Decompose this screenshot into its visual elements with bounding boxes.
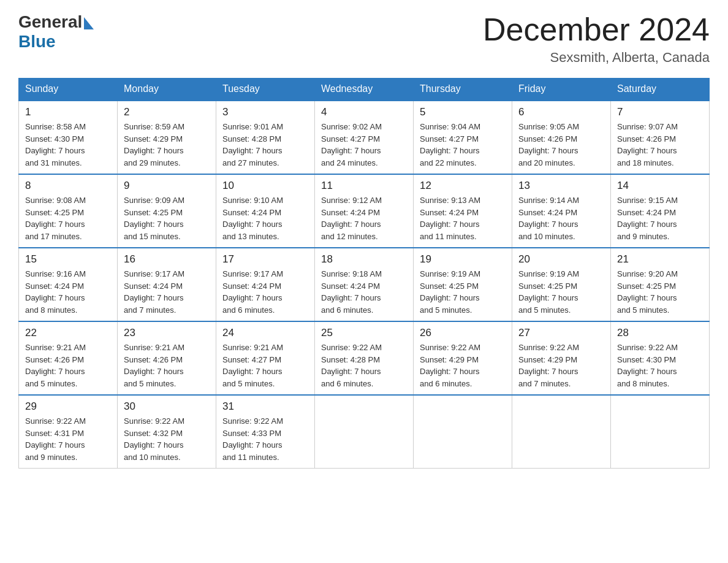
calendar-table: SundayMondayTuesdayWednesdayThursdayFrid… [18, 78, 710, 469]
logo-general-text: General [18, 12, 82, 32]
week-row-2: 8Sunrise: 9:08 AMSunset: 4:25 PMDaylight… [19, 174, 710, 248]
column-header-saturday: Saturday [611, 79, 710, 101]
day-cell: 30Sunrise: 9:22 AMSunset: 4:32 PMDayligh… [118, 395, 216, 469]
day-number: 28 [617, 327, 703, 339]
day-cell: 8Sunrise: 9:08 AMSunset: 4:25 PMDaylight… [19, 174, 118, 248]
day-cell: 20Sunrise: 9:19 AMSunset: 4:25 PMDayligh… [512, 248, 611, 321]
day-info: Sunrise: 9:21 AMSunset: 4:26 PMDaylight:… [25, 342, 111, 389]
day-info: Sunrise: 9:17 AMSunset: 4:24 PMDaylight:… [124, 268, 210, 316]
day-number: 1 [25, 106, 111, 118]
calendar-header-row: SundayMondayTuesdayWednesdayThursdayFrid… [19, 79, 710, 101]
day-number: 6 [518, 106, 604, 118]
day-number: 11 [321, 180, 407, 192]
day-cell: 29Sunrise: 9:22 AMSunset: 4:31 PMDayligh… [19, 395, 118, 469]
day-number: 12 [420, 180, 506, 192]
day-number: 22 [25, 327, 111, 339]
day-cell: 26Sunrise: 9:22 AMSunset: 4:29 PMDayligh… [414, 321, 512, 395]
column-header-tuesday: Tuesday [216, 79, 315, 101]
day-number: 31 [222, 400, 308, 413]
day-number: 4 [321, 106, 407, 118]
day-info: Sunrise: 9:18 AMSunset: 4:24 PMDaylight:… [321, 268, 407, 316]
day-cell: 21Sunrise: 9:20 AMSunset: 4:25 PMDayligh… [611, 248, 710, 321]
week-row-4: 22Sunrise: 9:21 AMSunset: 4:26 PMDayligh… [19, 321, 710, 395]
day-info: Sunrise: 9:10 AMSunset: 4:24 PMDaylight:… [222, 194, 308, 242]
day-info: Sunrise: 9:07 AMSunset: 4:26 PMDaylight:… [617, 121, 703, 169]
day-number: 5 [420, 106, 506, 118]
day-info: Sunrise: 9:13 AMSunset: 4:24 PMDaylight:… [420, 194, 506, 242]
day-cell [414, 395, 512, 469]
day-cell: 1Sunrise: 8:58 AMSunset: 4:30 PMDaylight… [19, 101, 118, 175]
column-header-thursday: Thursday [414, 79, 512, 101]
day-cell: 6Sunrise: 9:05 AMSunset: 4:26 PMDaylight… [512, 101, 611, 175]
title-block: December 2024 Sexsmith, Alberta, Canada [483, 12, 710, 66]
logo: General Blue [18, 12, 94, 52]
day-info: Sunrise: 9:09 AMSunset: 4:25 PMDaylight:… [124, 194, 210, 242]
week-row-1: 1Sunrise: 8:58 AMSunset: 4:30 PMDaylight… [19, 101, 710, 175]
day-cell [315, 395, 414, 469]
day-info: Sunrise: 9:22 AMSunset: 4:31 PMDaylight:… [25, 415, 111, 463]
day-info: Sunrise: 9:22 AMSunset: 4:32 PMDaylight:… [124, 415, 210, 463]
day-number: 26 [420, 327, 506, 339]
day-info: Sunrise: 9:22 AMSunset: 4:33 PMDaylight:… [222, 415, 308, 463]
column-header-friday: Friday [512, 79, 611, 101]
day-cell: 4Sunrise: 9:02 AMSunset: 4:27 PMDaylight… [315, 101, 414, 175]
day-cell: 28Sunrise: 9:22 AMSunset: 4:30 PMDayligh… [611, 321, 710, 395]
column-header-wednesday: Wednesday [315, 79, 414, 101]
day-info: Sunrise: 9:05 AMSunset: 4:26 PMDaylight:… [518, 121, 604, 169]
logo-arrow-icon [84, 17, 94, 29]
day-info: Sunrise: 9:21 AMSunset: 4:27 PMDaylight:… [222, 342, 308, 389]
day-number: 14 [617, 180, 703, 192]
day-number: 18 [321, 253, 407, 266]
column-header-monday: Monday [118, 79, 216, 101]
day-number: 2 [124, 106, 210, 118]
day-cell: 23Sunrise: 9:21 AMSunset: 4:26 PMDayligh… [118, 321, 216, 395]
day-info: Sunrise: 9:21 AMSunset: 4:26 PMDaylight:… [124, 342, 210, 389]
day-number: 27 [518, 327, 604, 339]
day-number: 10 [222, 180, 308, 192]
day-cell: 9Sunrise: 9:09 AMSunset: 4:25 PMDaylight… [118, 174, 216, 248]
day-cell [512, 395, 611, 469]
day-info: Sunrise: 9:15 AMSunset: 4:24 PMDaylight:… [617, 194, 703, 242]
day-cell: 7Sunrise: 9:07 AMSunset: 4:26 PMDaylight… [611, 101, 710, 175]
day-info: Sunrise: 8:58 AMSunset: 4:30 PMDaylight:… [25, 121, 111, 169]
day-number: 30 [124, 400, 210, 413]
day-info: Sunrise: 9:16 AMSunset: 4:24 PMDaylight:… [25, 268, 111, 316]
day-number: 19 [420, 253, 506, 266]
page-header: General Blue December 2024 Sexsmith, Alb… [18, 12, 710, 66]
day-number: 25 [321, 327, 407, 339]
day-number: 20 [518, 253, 604, 266]
day-cell: 17Sunrise: 9:17 AMSunset: 4:24 PMDayligh… [216, 248, 315, 321]
day-number: 8 [25, 180, 111, 192]
day-number: 13 [518, 180, 604, 192]
week-row-5: 29Sunrise: 9:22 AMSunset: 4:31 PMDayligh… [19, 395, 710, 469]
day-number: 21 [617, 253, 703, 266]
day-info: Sunrise: 9:20 AMSunset: 4:25 PMDaylight:… [617, 268, 703, 316]
day-info: Sunrise: 9:22 AMSunset: 4:28 PMDaylight:… [321, 342, 407, 389]
column-header-sunday: Sunday [19, 79, 118, 101]
day-info: Sunrise: 8:59 AMSunset: 4:29 PMDaylight:… [124, 121, 210, 169]
day-cell: 22Sunrise: 9:21 AMSunset: 4:26 PMDayligh… [19, 321, 118, 395]
day-cell: 18Sunrise: 9:18 AMSunset: 4:24 PMDayligh… [315, 248, 414, 321]
week-row-3: 15Sunrise: 9:16 AMSunset: 4:24 PMDayligh… [19, 248, 710, 321]
day-cell: 25Sunrise: 9:22 AMSunset: 4:28 PMDayligh… [315, 321, 414, 395]
day-info: Sunrise: 9:19 AMSunset: 4:25 PMDaylight:… [420, 268, 506, 316]
day-cell: 11Sunrise: 9:12 AMSunset: 4:24 PMDayligh… [315, 174, 414, 248]
month-title: December 2024 [483, 12, 710, 47]
day-info: Sunrise: 9:17 AMSunset: 4:24 PMDaylight:… [222, 268, 308, 316]
day-cell: 31Sunrise: 9:22 AMSunset: 4:33 PMDayligh… [216, 395, 315, 469]
day-cell: 2Sunrise: 8:59 AMSunset: 4:29 PMDaylight… [118, 101, 216, 175]
day-number: 3 [222, 106, 308, 118]
day-number: 23 [124, 327, 210, 339]
day-cell: 15Sunrise: 9:16 AMSunset: 4:24 PMDayligh… [19, 248, 118, 321]
day-info: Sunrise: 9:19 AMSunset: 4:25 PMDaylight:… [518, 268, 604, 316]
day-cell: 27Sunrise: 9:22 AMSunset: 4:29 PMDayligh… [512, 321, 611, 395]
day-number: 24 [222, 327, 308, 339]
day-cell: 3Sunrise: 9:01 AMSunset: 4:28 PMDaylight… [216, 101, 315, 175]
day-cell: 19Sunrise: 9:19 AMSunset: 4:25 PMDayligh… [414, 248, 512, 321]
day-number: 29 [25, 400, 111, 413]
day-info: Sunrise: 9:12 AMSunset: 4:24 PMDaylight:… [321, 194, 407, 242]
day-number: 7 [617, 106, 703, 118]
day-cell [611, 395, 710, 469]
day-cell: 14Sunrise: 9:15 AMSunset: 4:24 PMDayligh… [611, 174, 710, 248]
location-title: Sexsmith, Alberta, Canada [483, 50, 710, 66]
